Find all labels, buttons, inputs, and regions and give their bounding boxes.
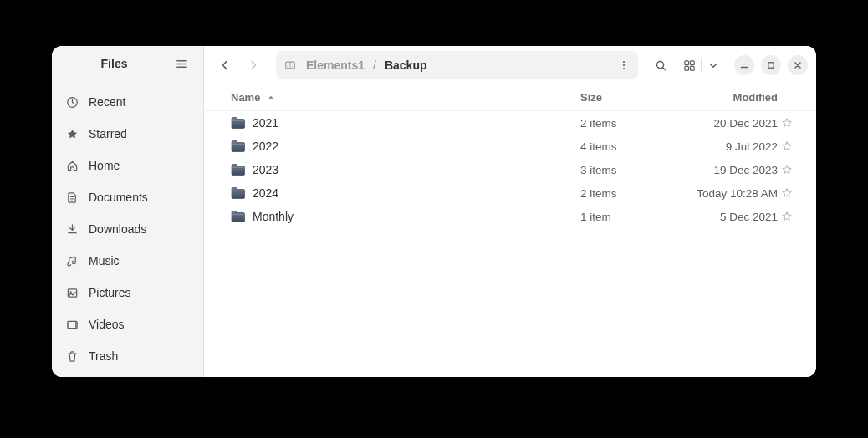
divider [701, 58, 702, 73]
sidebar-item-music[interactable]: Music [59, 245, 197, 277]
star-button[interactable] [781, 211, 804, 222]
sidebar-item-downloads[interactable]: Downloads [59, 213, 197, 245]
file-size: 2 items [580, 187, 664, 200]
forward-button[interactable] [241, 53, 266, 78]
view-dropdown-button[interactable] [702, 53, 724, 78]
folder-icon [231, 163, 246, 176]
file-list: 2021 2 items 20 Dec 2021 2022 4 items 9 … [204, 111, 816, 228]
close-button[interactable] [788, 55, 808, 75]
file-modified: 5 Dec 2021 [664, 211, 781, 223]
maximize-icon [767, 61, 775, 69]
documents-icon [65, 191, 79, 204]
column-header-size[interactable]: Size [580, 91, 664, 104]
sidebar-item-trash[interactable]: Trash [59, 340, 197, 372]
sidebar-item-recent[interactable]: Recent [59, 86, 197, 118]
chevron-left-icon [219, 59, 231, 71]
sort-asc-icon [267, 94, 275, 102]
maximize-button[interactable] [761, 55, 781, 75]
svg-rect-11 [684, 66, 688, 70]
music-icon [65, 254, 79, 267]
star-outline-icon [781, 140, 793, 152]
sidebar-item-label: Starred [89, 127, 127, 140]
star-outline-icon [781, 187, 793, 199]
sidebar-item-label: Documents [89, 191, 148, 204]
search-icon [655, 59, 667, 72]
chevron-down-icon [708, 60, 718, 70]
breadcrumb-current[interactable]: Backup [381, 59, 431, 72]
grid-icon [683, 59, 696, 72]
window-controls [734, 55, 808, 75]
folder-icon [231, 186, 246, 200]
file-name: 2023 [253, 163, 580, 176]
sidebar-item-label: Recent [89, 95, 125, 109]
column-header-name[interactable]: Name [231, 91, 580, 104]
file-size: 2 items [580, 117, 664, 130]
kebab-icon [618, 59, 630, 71]
sidebar-item-documents[interactable]: Documents [59, 181, 197, 213]
sidebar-list: Recent Starred Home Documents [52, 81, 203, 377]
content-area: Name Size Modified 2021 2 items 20 Dec 2… [204, 84, 816, 377]
file-modified: Today 10:28 AM [664, 187, 781, 200]
star-outline-icon [781, 211, 793, 222]
videos-icon [65, 318, 79, 331]
folder-icon [231, 140, 246, 153]
minimize-icon [740, 61, 748, 69]
file-manager-window: Files Recent Starred [52, 46, 816, 377]
file-name: Monthly [253, 210, 580, 223]
star-outline-icon [781, 117, 793, 129]
table-row[interactable]: 2023 3 items 19 Dec 2023 [204, 158, 816, 181]
sidebar-item-label: Downloads [89, 222, 146, 236]
sidebar-item-label: Pictures [89, 286, 131, 299]
sidebar-menu-button[interactable] [171, 53, 191, 74]
pathbar-menu-button[interactable] [615, 56, 633, 74]
star-button[interactable] [781, 117, 804, 129]
sidebar-item-starred[interactable]: Starred [59, 118, 197, 150]
svg-rect-13 [768, 63, 774, 68]
trash-icon [65, 349, 79, 363]
file-name: 2021 [253, 116, 580, 130]
star-button[interactable] [781, 187, 804, 199]
sidebar-item-videos[interactable]: Videos [59, 308, 197, 340]
home-icon [65, 159, 79, 172]
file-modified: 20 Dec 2021 [664, 117, 781, 130]
column-header-modified[interactable]: Modified [664, 91, 781, 104]
headerbar: Elements1 / Backup [204, 46, 816, 84]
main-area: Elements1 / Backup [204, 46, 816, 377]
grid-view-button[interactable] [678, 53, 700, 78]
file-size: 3 items [580, 164, 664, 176]
downloads-icon [65, 222, 79, 236]
chevron-right-icon [248, 59, 259, 71]
search-button[interactable] [648, 53, 673, 78]
file-modified: 9 Jul 2022 [664, 140, 781, 153]
svg-point-6 [623, 64, 625, 66]
sidebar-item-label: Videos [89, 318, 125, 331]
svg-point-2 [69, 290, 71, 292]
sidebar-item-home[interactable]: Home [59, 150, 197, 181]
sidebar-item-label: Music [89, 254, 120, 267]
star-button[interactable] [781, 140, 804, 152]
sidebar-header: Files [52, 46, 203, 81]
app-title: Files [64, 57, 165, 70]
back-button[interactable] [212, 53, 237, 78]
folder-icon [231, 210, 246, 223]
nav-buttons [212, 53, 266, 78]
breadcrumb-root[interactable]: Elements1 [303, 59, 368, 72]
svg-rect-12 [690, 66, 694, 70]
clock-icon [65, 95, 79, 109]
table-row[interactable]: 2022 4 items 9 Jul 2022 [204, 135, 816, 158]
star-button[interactable] [781, 164, 804, 176]
table-row[interactable]: 2024 2 items Today 10:28 AM [204, 181, 816, 205]
sidebar-item-pictures[interactable]: Pictures [59, 277, 197, 308]
table-row[interactable]: 2021 2 items 20 Dec 2021 [204, 111, 816, 135]
svg-rect-10 [690, 60, 694, 64]
menu-icon [176, 58, 188, 70]
sidebar-item-label: Trash [89, 349, 118, 363]
table-row[interactable]: Monthly 1 item 5 Dec 2021 [204, 205, 816, 228]
file-modified: 19 Dec 2023 [664, 164, 781, 176]
pathbar[interactable]: Elements1 / Backup [276, 51, 638, 79]
file-name: 2022 [253, 140, 580, 153]
file-size: 4 items [580, 140, 664, 153]
file-name: 2024 [253, 186, 580, 200]
pictures-icon [65, 286, 79, 299]
minimize-button[interactable] [734, 55, 754, 75]
